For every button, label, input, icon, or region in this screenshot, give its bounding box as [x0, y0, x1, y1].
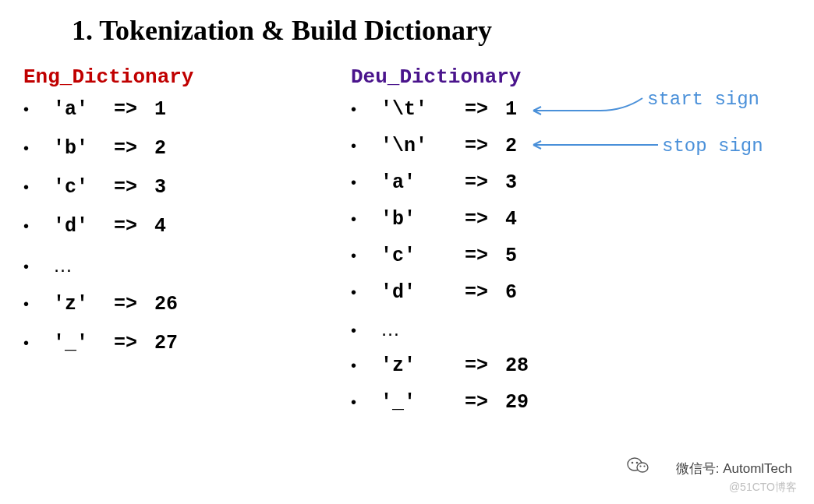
entry-value: 3 [154, 178, 166, 197]
bullet-icon: • [23, 296, 53, 312]
bullet-icon: • [351, 248, 380, 263]
entry-key: 'a' [53, 100, 114, 119]
dictionary-entry: •'b'=>2 [23, 139, 351, 158]
dictionary-entry: •'c'=>3 [23, 178, 351, 197]
entry-key: 'c' [53, 178, 114, 197]
entry-key: '\t' [380, 100, 465, 119]
svg-point-4 [639, 465, 641, 467]
entry-value: 3 [505, 173, 517, 192]
svg-point-2 [632, 462, 634, 464]
maps-to-arrow: => [465, 136, 505, 156]
dictionary-entry: •'d'=>4 [23, 217, 351, 236]
bullet-icon: • [351, 284, 380, 300]
eng-dictionary-header: Eng_Dictionary [23, 65, 351, 89]
dictionary-entry: •'_'=>27 [23, 333, 351, 353]
entry-value: 28 [505, 356, 529, 375]
svg-point-3 [636, 462, 639, 464]
maps-to-arrow: => [465, 246, 505, 266]
maps-to-arrow: => [465, 393, 505, 412]
maps-to-arrow: => [114, 100, 154, 119]
entry-key: 'a' [380, 173, 465, 192]
entry-value: 4 [505, 210, 517, 229]
bullet-icon: • [23, 101, 53, 117]
entry-key: '_' [53, 333, 114, 353]
maps-to-arrow: => [465, 356, 505, 375]
dictionary-entry: •'a'=>1 [23, 100, 351, 119]
entry-value: 26 [154, 294, 178, 314]
maps-to-arrow: => [114, 333, 154, 353]
wechat-logo-icon [627, 456, 650, 478]
maps-to-arrow: => [465, 173, 505, 192]
dictionary-entry: •'d'=>6 [351, 283, 787, 302]
entry-value: 6 [505, 283, 517, 302]
entry-value: 2 [154, 139, 166, 158]
entry-key: 'b' [53, 139, 114, 158]
bullet-icon: • [23, 179, 53, 195]
svg-point-1 [637, 463, 648, 472]
dictionary-entry: •'b'=>4 [351, 210, 787, 229]
entry-value: 1 [154, 100, 166, 119]
eng-dictionary-column: Eng_Dictionary •'a'=>1•'b'=>2•'c'=>3•'d'… [23, 65, 351, 429]
stop-sign-arrow [530, 140, 661, 150]
bullet-icon: • [23, 259, 53, 274]
ellipsis: … [380, 319, 400, 339]
entry-value: 27 [154, 333, 178, 353]
bullet-icon: • [23, 335, 53, 351]
deu-dictionary-column: Deu_Dictionary •'\t'=>1•'\n'=>2•'a'=>3•'… [351, 65, 787, 429]
bullet-icon: • [23, 140, 53, 156]
entry-value: 4 [154, 217, 166, 236]
entry-key: 'z' [380, 356, 465, 375]
entry-key: 'z' [53, 294, 114, 314]
entry-value: 5 [505, 246, 517, 266]
entry-key: '\n' [380, 136, 465, 156]
bullet-icon: • [351, 101, 380, 117]
maps-to-arrow: => [465, 283, 505, 302]
columns-container: Eng_Dictionary •'a'=>1•'b'=>2•'c'=>3•'d'… [0, 47, 814, 429]
bullet-icon: • [351, 211, 380, 227]
dictionary-entry: •'z'=>28 [351, 356, 787, 375]
dictionary-entry: •'a'=>3 [351, 173, 787, 192]
start-sign-annotation: start sign [647, 89, 759, 110]
blog-watermark: @51CTO博客 [729, 481, 797, 495]
maps-to-arrow: => [114, 178, 154, 197]
bullet-icon: • [351, 174, 380, 190]
dictionary-entry: •'c'=>5 [351, 246, 787, 266]
dictionary-entry: •'z'=>26 [23, 294, 351, 314]
bullet-icon: • [351, 138, 380, 153]
ellipsis: … [53, 256, 73, 275]
entry-value: 1 [505, 100, 517, 119]
eng-entries: •'a'=>1•'b'=>2•'c'=>3•'d'=>4•…•'z'=>26•'… [23, 100, 351, 353]
dictionary-entry: •… [23, 256, 351, 275]
entry-key: 'c' [380, 246, 465, 266]
maps-to-arrow: => [114, 294, 154, 314]
bullet-icon: • [351, 358, 380, 373]
stop-sign-annotation: stop sign [662, 136, 763, 157]
deu-dictionary-header: Deu_Dictionary [351, 65, 787, 89]
maps-to-arrow: => [465, 100, 505, 119]
bullet-icon: • [351, 322, 380, 338]
entry-key: '_' [380, 393, 465, 412]
maps-to-arrow: => [114, 217, 154, 236]
entry-key: 'd' [53, 217, 114, 236]
svg-point-5 [643, 465, 645, 467]
dictionary-entry: •'_'=>29 [351, 393, 787, 412]
wechat-watermark: 微信号: AutomlTech [676, 460, 792, 478]
page-title: 1. Tokenization & Build Dictionary [0, 0, 814, 47]
maps-to-arrow: => [465, 210, 505, 229]
bullet-icon: • [351, 394, 380, 410]
entry-key: 'b' [380, 210, 465, 229]
bullet-icon: • [23, 218, 53, 234]
maps-to-arrow: => [114, 139, 154, 158]
entry-value: 29 [505, 393, 529, 412]
dictionary-entry: •… [351, 319, 787, 339]
start-sign-arrow [530, 93, 646, 117]
entry-value: 2 [505, 136, 517, 156]
entry-key: 'd' [380, 283, 465, 302]
